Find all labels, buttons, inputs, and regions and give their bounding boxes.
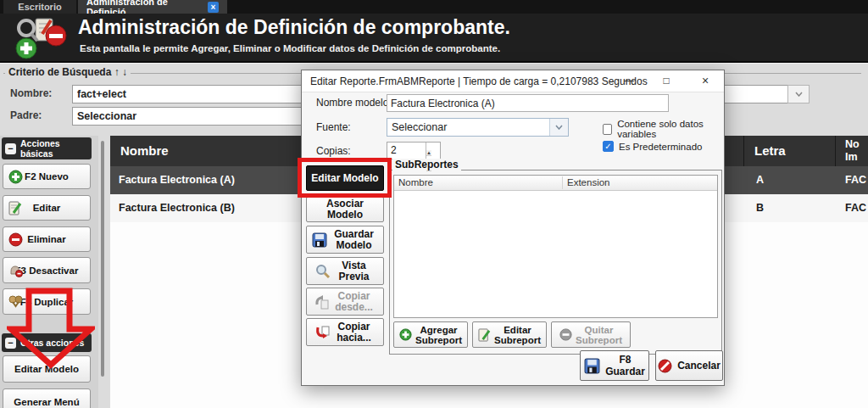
cancel-icon — [658, 359, 672, 373]
checkbox-checked-icon[interactable]: ✓ — [603, 141, 614, 152]
app-window: Escritorio Administración de Definició..… — [0, 0, 868, 408]
edit-note-icon — [8, 201, 22, 215]
fuente-value: Seleccionar — [392, 121, 447, 133]
copias-value: 2 — [391, 144, 397, 156]
vista-previa-button[interactable]: Vista Previa — [306, 257, 384, 285]
subreportes-title: SubReportes — [392, 159, 461, 170]
floppy-icon — [584, 358, 600, 374]
column-header-nombre[interactable]: Nombre — [120, 136, 169, 166]
editar-reporte-dialog: Editar Reporte.FrmABMReporte | Tiempo de… — [301, 70, 725, 386]
nombre-dropdown-button[interactable] — [787, 85, 810, 103]
button-label: Editar Modelo — [14, 364, 79, 374]
page-subtitle: Esta pantalla le permite Agregar, Elimin… — [80, 43, 500, 53]
minus-circle-gray-icon — [559, 328, 572, 341]
subreport-column-nombre[interactable]: Nombre — [398, 177, 433, 187]
column-divider — [562, 176, 563, 189]
button-label: F3 Desactivar — [15, 265, 79, 276]
actions-sidebar: − Acciones básicas F2 Nuevo Editar Elimi… — [0, 136, 98, 408]
button-label: Editar — [33, 203, 61, 213]
app-icon — [12, 17, 68, 61]
column-header-letra[interactable]: Letra — [754, 136, 786, 166]
dialog-titlebar[interactable]: Editar Reporte.FrmABMReporte | Tiempo de… — [302, 70, 724, 92]
editar-subreport-button[interactable]: Editar Subreport — [472, 321, 547, 348]
collapse-minus-icon[interactable]: − — [5, 338, 16, 349]
page-title: Administración de Definición de comproba… — [78, 16, 510, 39]
close-button[interactable]: × — [687, 70, 724, 92]
column-header-nombre-impresion[interactable]: No Im — [845, 138, 860, 164]
copiar-desde-button[interactable]: Copiar desde... — [306, 288, 384, 316]
fuente-combobox[interactable]: Seleccionar — [387, 118, 569, 137]
section-title: Acciones básicas — [20, 138, 80, 159]
search-group-title: Criterio de Búsqueda ↑ ↓ — [5, 66, 131, 78]
copy-to-icon — [314, 325, 330, 340]
checkbox-unchecked-icon[interactable] — [603, 124, 612, 135]
minus-circle-icon — [8, 232, 23, 247]
nombre-label: Nombre: — [10, 87, 52, 99]
editar-button[interactable]: Editar — [3, 195, 91, 221]
es-predeterminado-checkbox[interactable]: ✓ Es Predeterminado — [603, 141, 702, 152]
checkbox-label: Contiene solo datos variables — [617, 119, 724, 139]
guardar-modelo-button[interactable]: Guardar Modelo — [306, 226, 384, 254]
fuente-label: Fuente: — [316, 121, 351, 133]
chevron-down-icon — [795, 92, 803, 97]
cancelar-button[interactable]: Cancelar — [655, 350, 723, 381]
tab-bar: Escritorio Administración de Definició..… — [0, 0, 868, 14]
button-label: F4 Duplicar — [20, 297, 74, 307]
agregar-subreport-button[interactable]: Agregar Subreport — [393, 321, 468, 348]
padre-label: Padre: — [10, 109, 42, 121]
tab-escritorio[interactable]: Escritorio — [3, 0, 76, 14]
f3-desactivar-button[interactable]: F3 Desactivar — [3, 257, 91, 283]
deactivate-icon — [8, 263, 23, 277]
spin-up-icon[interactable]: ▲ — [426, 150, 431, 156]
tab-administracion[interactable]: Administración de Definició... × — [78, 0, 227, 14]
contiene-datos-variables-checkbox[interactable]: Contiene solo datos variables — [603, 119, 724, 139]
dialog-title: Editar Reporte.FrmABMReporte | Tiempo de… — [310, 75, 648, 87]
edit-note-icon — [478, 328, 491, 342]
dialog-editar-modelo-button[interactable]: Editar Modelo — [306, 165, 384, 191]
duplicate-icon — [8, 294, 23, 309]
f4-duplicar-button[interactable]: F4 Duplicar — [3, 288, 91, 315]
checkbox-label: Es Predeterminado — [619, 142, 702, 152]
spinner-buttons: ▲ ▼ — [426, 143, 440, 159]
plus-circle-icon — [399, 328, 412, 341]
app-header: Administración de Definición de comproba… — [0, 14, 868, 63]
column-divider — [743, 136, 744, 166]
copy-from-icon — [314, 294, 330, 310]
section-title: Otras acciones — [20, 338, 84, 348]
button-label: Eliminar — [27, 234, 65, 244]
maximize-button[interactable]: □ — [648, 70, 685, 92]
column-divider — [835, 136, 836, 166]
floppy-icon — [312, 232, 327, 248]
copiar-hacia-button[interactable]: Copiar hacia... — [306, 318, 384, 346]
minimize-button[interactable]: — — [610, 70, 648, 92]
button-label: Generar Menú — [14, 397, 79, 407]
basic-actions-header[interactable]: − Acciones básicas — [2, 137, 92, 159]
nombre-modelo-input[interactable] — [387, 94, 669, 112]
collapse-minus-icon[interactable]: − — [5, 143, 16, 154]
subreport-column-extension[interactable]: Extension — [567, 177, 610, 187]
f2-nuevo-button[interactable]: F2 Nuevo — [3, 164, 91, 189]
copias-label: Copias: — [316, 145, 351, 157]
other-actions-header[interactable]: − Otras acciones — [2, 333, 92, 352]
magnifier-icon — [315, 264, 331, 279]
copias-stepper[interactable]: 2 ▲ ▼ — [387, 142, 441, 159]
eliminar-button[interactable]: Eliminar — [3, 226, 91, 252]
sidebar-editar-modelo-button[interactable]: Editar Modelo — [3, 355, 91, 383]
chevron-down-icon[interactable] — [549, 119, 568, 136]
plus-circle-icon — [8, 170, 23, 184]
padre-value: Seleccionar — [77, 110, 136, 122]
generar-menu-button[interactable]: Generar Menú — [3, 388, 91, 408]
subreportes-list[interactable]: Nombre Extension — [393, 175, 718, 318]
nombre-modelo-label: Nombre modelo: — [316, 97, 392, 109]
tab-label: Escritorio — [18, 2, 61, 12]
vertical-scrollbar[interactable] — [101, 141, 104, 377]
subreportes-list-header: Nombre Extension — [394, 176, 717, 191]
tab-close-icon[interactable]: × — [208, 2, 219, 13]
quitar-subreport-button[interactable]: Quitar Subreport — [551, 321, 631, 348]
f8-guardar-button[interactable]: F8 Guardar — [580, 350, 649, 381]
asociar-modelo-button[interactable]: Asociar Modelo — [306, 197, 384, 222]
button-label: F2 Nuevo — [25, 171, 69, 182]
